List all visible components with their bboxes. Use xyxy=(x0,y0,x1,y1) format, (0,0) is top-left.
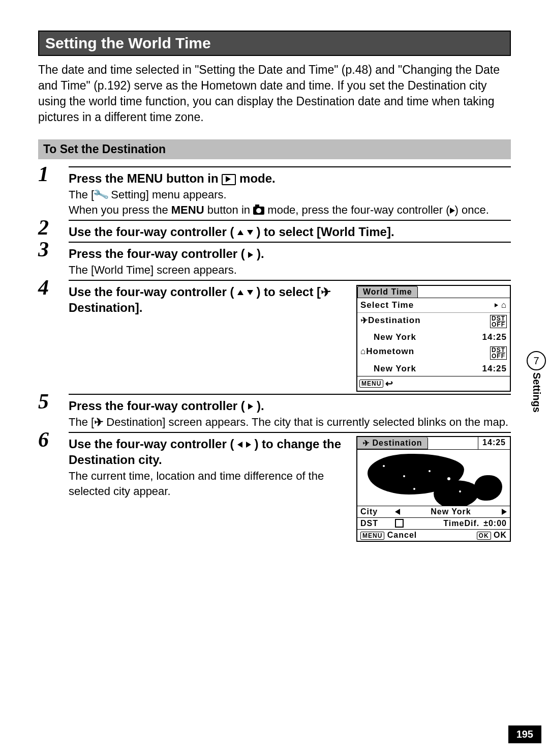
step-instruction: Press the four-way controller ( ). xyxy=(69,246,511,261)
home-icon: ⌂ xyxy=(360,346,366,357)
home-icon: ⌂ xyxy=(501,300,507,310)
chapter-tab: 7 Settings xyxy=(524,351,549,413)
step-body: The [🔧 Setting] menu appears. When you p… xyxy=(69,187,511,217)
label: Hometown xyxy=(366,346,414,356)
left-icon xyxy=(237,442,242,448)
ok-button-icon: OK xyxy=(477,532,491,540)
text: Press the four-way controller ( xyxy=(69,399,245,413)
text: button in xyxy=(204,203,254,216)
text: Destination] screen appears. The city th… xyxy=(103,416,508,428)
step-number: 5 xyxy=(38,391,49,412)
intro-paragraph: The date and time selected in "Setting t… xyxy=(38,62,511,125)
text: ) to select [World Time]. xyxy=(256,225,394,239)
label: Destination xyxy=(372,439,422,447)
down-icon xyxy=(247,230,253,235)
text: Destination]. xyxy=(69,301,142,314)
label: City xyxy=(360,507,391,516)
time-value: 14:25 xyxy=(482,364,507,374)
plane-icon: ✈ xyxy=(94,414,104,430)
city-row: City New York xyxy=(357,506,510,517)
right-icon xyxy=(248,403,253,410)
step-5: 5 Press the four-way controller ( ). The… xyxy=(38,394,511,430)
playback-mode-icon xyxy=(222,174,236,185)
cancel-label: Cancel xyxy=(387,531,417,539)
step-6: 6 Use the four-way controller ( ) to cha… xyxy=(38,432,511,542)
step-number: 6 xyxy=(38,429,49,450)
text: ) to select [ xyxy=(256,285,321,299)
right-icon xyxy=(450,208,455,214)
up-icon xyxy=(237,230,243,235)
world-map xyxy=(357,450,510,506)
step-instruction: Use the four-way controller ( ) to selec… xyxy=(69,224,511,240)
return-icon xyxy=(385,378,393,389)
text: ) once. xyxy=(455,203,489,216)
destination-city-row: New York 14:25 xyxy=(360,330,507,344)
label: TimeDif. xyxy=(443,519,479,528)
step-1: 1 Press the MENU button in mode. The [🔧 … xyxy=(38,166,511,218)
step-number: 1 xyxy=(38,163,49,185)
select-time-row: Select Time ⌂ xyxy=(360,298,507,312)
dst-badge: DSTOFF xyxy=(490,346,507,360)
capture-mode-icon xyxy=(253,207,264,215)
text: ). xyxy=(257,399,264,413)
down-icon xyxy=(247,290,253,295)
step-3: 3 Press the four-way controller ( ). The… xyxy=(38,242,511,278)
text: button in xyxy=(166,171,222,185)
text: When you press the xyxy=(69,203,171,216)
step-instruction: Use the four-way controller ( ) to selec… xyxy=(69,284,346,315)
plane-icon: ✈ xyxy=(320,283,332,300)
selection-indicator: ⌂ xyxy=(495,300,507,310)
text: Press the four-way controller ( xyxy=(69,247,245,260)
destination-row: ✈Destination DSTOFF xyxy=(360,313,507,330)
dst-badge: DSTOFF xyxy=(490,315,507,328)
screen-title: ✈ Destination xyxy=(357,437,428,449)
right-icon xyxy=(246,442,251,448)
menu-text: MENU xyxy=(127,171,163,185)
label: DST xyxy=(360,519,391,528)
right-icon xyxy=(248,252,253,258)
chapter-number: 7 xyxy=(527,351,546,370)
text: mode, press the four-way controller ( xyxy=(264,203,449,216)
dst-row: DST TimeDif. ±0:00 xyxy=(357,517,510,529)
label: Destination xyxy=(368,315,421,325)
subsection-header: To Set the Destination xyxy=(38,139,511,159)
step-number: 2 xyxy=(38,217,49,238)
menu-button-icon: MENU xyxy=(359,380,383,388)
text: Use the four-way controller ( xyxy=(69,437,234,451)
text: The [ xyxy=(69,416,94,428)
text: Use the four-way controller ( xyxy=(69,285,234,299)
bottom-row: MENU Cancel OK OK xyxy=(357,529,510,541)
menu-text: MENU xyxy=(171,203,204,216)
text: Press the xyxy=(69,171,127,185)
city-value: New York xyxy=(360,332,416,342)
left-icon xyxy=(395,509,400,515)
label: Select Time xyxy=(360,300,414,310)
city-value: New York xyxy=(360,364,416,374)
text: mode. xyxy=(239,171,276,185)
manual-page: Setting the World Time The date and time… xyxy=(0,0,549,756)
hometown-city-row: New York 14:25 xyxy=(360,362,507,376)
menu-return-row: MENU xyxy=(357,376,510,391)
chapter-label: Settings xyxy=(531,372,542,413)
hometown-row: ⌂Hometown DSTOFF xyxy=(360,344,507,362)
up-icon xyxy=(237,290,243,295)
step-body: The [✈ Destination] screen appears. The … xyxy=(69,415,511,430)
screen-title: World Time xyxy=(357,286,418,298)
right-icon xyxy=(502,509,507,515)
step-body: The [World Time] screen appears. xyxy=(69,263,511,278)
destination-screen: ✈ Destination 14:25 xyxy=(356,436,511,542)
timedif-value: ±0:00 xyxy=(483,519,507,528)
text: Use the four-way controller ( xyxy=(69,225,234,239)
plane-icon: ✈ xyxy=(360,314,369,326)
text: The [ xyxy=(69,188,94,201)
city-value: New York xyxy=(404,507,498,516)
ok-label: OK xyxy=(494,531,507,539)
step-instruction: Use the four-way controller ( ) to chang… xyxy=(69,436,346,468)
page-number: 195 xyxy=(508,725,541,743)
checkbox-icon xyxy=(395,519,404,528)
time-value: 14:25 xyxy=(482,332,507,342)
plane-icon: ✈ xyxy=(362,438,370,448)
step-number: 4 xyxy=(38,277,49,298)
step-instruction: Press the MENU button in mode. xyxy=(69,170,511,186)
time-value: 14:25 xyxy=(478,437,510,449)
